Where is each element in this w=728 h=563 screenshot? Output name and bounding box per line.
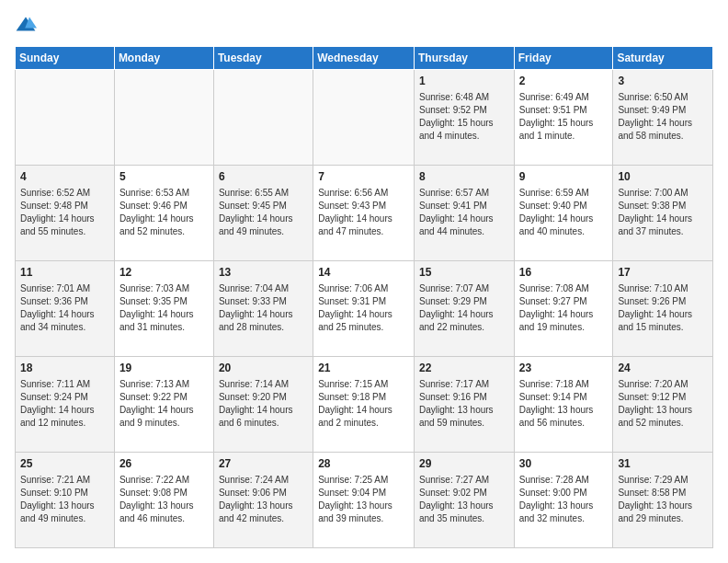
day-info: Sunrise: 7:29 AM Sunset: 8:58 PM Dayligh… [618,474,708,525]
day-info: Sunrise: 7:25 AM Sunset: 9:04 PM Dayligh… [318,474,409,525]
calendar-cell: 31Sunrise: 7:29 AM Sunset: 8:58 PM Dayli… [613,453,713,548]
day-info: Sunrise: 7:01 AM Sunset: 9:36 PM Dayligh… [20,282,109,334]
day-number: 26 [119,456,209,472]
calendar-cell: 3Sunrise: 6:50 AM Sunset: 9:49 PM Daylig… [613,70,713,166]
calendar-cell: 6Sunrise: 6:55 AM Sunset: 9:45 PM Daylig… [213,166,313,261]
day-info: Sunrise: 7:22 AM Sunset: 9:08 PM Dayligh… [119,474,209,525]
header-cell-friday: Friday [514,47,613,70]
day-number: 7 [318,169,409,185]
calendar-cell: 24Sunrise: 7:20 AM Sunset: 9:12 PM Dayli… [613,357,713,453]
calendar-body: 1Sunrise: 6:48 AM Sunset: 9:52 PM Daylig… [16,70,713,548]
calendar-cell: 19Sunrise: 7:13 AM Sunset: 9:22 PM Dayli… [114,357,213,453]
day-info: Sunrise: 7:14 AM Sunset: 9:20 PM Dayligh… [219,378,308,430]
calendar-cell [114,70,213,166]
day-info: Sunrise: 7:21 AM Sunset: 9:10 PM Dayligh… [20,474,109,525]
calendar-cell: 26Sunrise: 7:22 AM Sunset: 9:08 PM Dayli… [114,453,213,548]
calendar-cell: 7Sunrise: 6:56 AM Sunset: 9:43 PM Daylig… [313,166,415,261]
day-info: Sunrise: 7:10 AM Sunset: 9:26 PM Dayligh… [618,282,708,334]
header-cell-saturday: Saturday [613,47,713,70]
day-number: 9 [519,169,609,185]
day-number: 24 [618,361,708,376]
header-cell-wednesday: Wednesday [313,47,415,70]
calendar-row-4: 25Sunrise: 7:21 AM Sunset: 9:10 PM Dayli… [16,453,713,548]
logo-icon [15,15,37,37]
day-info: Sunrise: 7:27 AM Sunset: 9:02 PM Dayligh… [419,474,509,525]
calendar-cell: 16Sunrise: 7:08 AM Sunset: 9:27 PM Dayli… [514,261,613,357]
header-cell-thursday: Thursday [414,47,514,70]
calendar-cell: 8Sunrise: 6:57 AM Sunset: 9:41 PM Daylig… [414,166,514,261]
day-number: 23 [519,361,609,376]
calendar-row-1: 4Sunrise: 6:52 AM Sunset: 9:48 PM Daylig… [16,166,713,261]
header-cell-monday: Monday [114,47,213,70]
day-number: 19 [119,361,209,376]
calendar-cell: 10Sunrise: 7:00 AM Sunset: 9:38 PM Dayli… [613,166,713,261]
day-number: 28 [318,456,409,472]
day-info: Sunrise: 6:50 AM Sunset: 9:49 PM Dayligh… [618,91,708,143]
day-info: Sunrise: 7:00 AM Sunset: 9:38 PM Dayligh… [618,187,708,238]
day-info: Sunrise: 7:07 AM Sunset: 9:29 PM Dayligh… [419,282,509,334]
calendar-cell: 4Sunrise: 6:52 AM Sunset: 9:48 PM Daylig… [16,166,115,261]
header-cell-tuesday: Tuesday [213,47,313,70]
day-info: Sunrise: 7:13 AM Sunset: 9:22 PM Dayligh… [119,378,209,430]
calendar-cell: 17Sunrise: 7:10 AM Sunset: 9:26 PM Dayli… [613,261,713,357]
calendar-cell: 14Sunrise: 7:06 AM Sunset: 9:31 PM Dayli… [313,261,415,357]
page: SundayMondayTuesdayWednesdayThursdayFrid… [0,0,728,563]
calendar-cell: 29Sunrise: 7:27 AM Sunset: 9:02 PM Dayli… [414,453,514,548]
calendar-cell [313,70,415,166]
day-info: Sunrise: 6:59 AM Sunset: 9:40 PM Dayligh… [519,187,609,238]
day-info: Sunrise: 7:03 AM Sunset: 9:35 PM Dayligh… [119,282,209,334]
header-cell-sunday: Sunday [16,47,115,70]
day-number: 17 [618,265,708,281]
day-number: 3 [618,74,708,89]
day-info: Sunrise: 6:49 AM Sunset: 9:51 PM Dayligh… [519,91,609,143]
day-number: 8 [419,169,509,185]
calendar-row-3: 18Sunrise: 7:11 AM Sunset: 9:24 PM Dayli… [16,357,713,453]
day-number: 22 [419,361,509,376]
day-number: 10 [618,169,708,185]
day-info: Sunrise: 7:04 AM Sunset: 9:33 PM Dayligh… [219,282,308,334]
logo [15,15,40,37]
day-number: 14 [318,265,409,281]
calendar-row-0: 1Sunrise: 6:48 AM Sunset: 9:52 PM Daylig… [16,70,713,166]
day-info: Sunrise: 7:06 AM Sunset: 9:31 PM Dayligh… [318,282,409,334]
day-number: 25 [20,456,109,472]
day-number: 15 [419,265,509,281]
calendar-row-2: 11Sunrise: 7:01 AM Sunset: 9:36 PM Dayli… [16,261,713,357]
day-number: 30 [519,456,609,472]
day-info: Sunrise: 6:56 AM Sunset: 9:43 PM Dayligh… [318,187,409,238]
day-number: 1 [419,74,509,89]
day-number: 20 [219,361,308,376]
header [15,15,713,37]
day-info: Sunrise: 6:57 AM Sunset: 9:41 PM Dayligh… [419,187,509,238]
calendar-cell: 1Sunrise: 6:48 AM Sunset: 9:52 PM Daylig… [414,70,514,166]
calendar-cell: 5Sunrise: 6:53 AM Sunset: 9:46 PM Daylig… [114,166,213,261]
day-info: Sunrise: 6:53 AM Sunset: 9:46 PM Dayligh… [119,187,209,238]
calendar-cell: 11Sunrise: 7:01 AM Sunset: 9:36 PM Dayli… [16,261,115,357]
day-number: 31 [618,456,708,472]
day-number: 11 [20,265,109,281]
calendar-cell: 20Sunrise: 7:14 AM Sunset: 9:20 PM Dayli… [213,357,313,453]
day-info: Sunrise: 7:11 AM Sunset: 9:24 PM Dayligh… [20,378,109,430]
day-number: 18 [20,361,109,376]
calendar-cell: 2Sunrise: 6:49 AM Sunset: 9:51 PM Daylig… [514,70,613,166]
day-info: Sunrise: 7:24 AM Sunset: 9:06 PM Dayligh… [219,474,308,525]
day-info: Sunrise: 6:48 AM Sunset: 9:52 PM Dayligh… [419,91,509,143]
day-number: 2 [519,74,609,89]
day-number: 16 [519,265,609,281]
calendar-cell: 21Sunrise: 7:15 AM Sunset: 9:18 PM Dayli… [313,357,415,453]
day-info: Sunrise: 7:20 AM Sunset: 9:12 PM Dayligh… [618,378,708,430]
calendar-cell: 18Sunrise: 7:11 AM Sunset: 9:24 PM Dayli… [16,357,115,453]
day-info: Sunrise: 7:17 AM Sunset: 9:16 PM Dayligh… [419,378,509,430]
day-number: 4 [20,169,109,185]
calendar-header: SundayMondayTuesdayWednesdayThursdayFrid… [16,47,713,70]
header-row: SundayMondayTuesdayWednesdayThursdayFrid… [16,47,713,70]
day-number: 21 [318,361,409,376]
day-number: 5 [119,169,209,185]
calendar-cell: 25Sunrise: 7:21 AM Sunset: 9:10 PM Dayli… [16,453,115,548]
calendar-table: SundayMondayTuesdayWednesdayThursdayFrid… [15,46,713,548]
day-number: 13 [219,265,308,281]
calendar-cell: 23Sunrise: 7:18 AM Sunset: 9:14 PM Dayli… [514,357,613,453]
calendar-cell: 30Sunrise: 7:28 AM Sunset: 9:00 PM Dayli… [514,453,613,548]
day-info: Sunrise: 7:28 AM Sunset: 9:00 PM Dayligh… [519,474,609,525]
day-info: Sunrise: 6:52 AM Sunset: 9:48 PM Dayligh… [20,187,109,238]
